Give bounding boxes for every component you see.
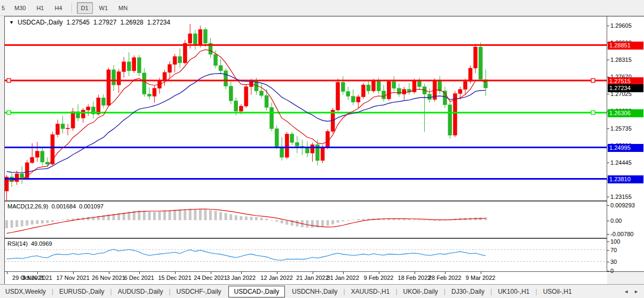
macd-histogram-bar bbox=[321, 220, 324, 227]
candle-body bbox=[25, 163, 29, 178]
date-tick-mark bbox=[73, 272, 74, 274]
candle-down bbox=[178, 49, 182, 68]
chart-tab-eurusd[interactable]: EURUSD-,Daily bbox=[54, 286, 110, 297]
candle-down bbox=[209, 38, 212, 58]
chart-tab-xauusd[interactable]: XAUUSD-,H1 bbox=[346, 286, 395, 297]
timeframe-toolbar: 5M30H1H4D1W1MN bbox=[0, 0, 644, 16]
date-tick-mark bbox=[415, 272, 415, 274]
macd-histogram-bar bbox=[214, 211, 217, 220]
candle-body bbox=[479, 47, 482, 79]
rsi-indicator-panel[interactable]: RSI(14) 49.0969 bbox=[4, 238, 607, 272]
price-badge: 1.27234 bbox=[608, 84, 643, 92]
tab-scroll-left-icon[interactable]: ◄ bbox=[624, 289, 629, 294]
candle-down bbox=[45, 157, 49, 167]
timeframe-button-w1[interactable]: W1 bbox=[95, 2, 113, 14]
chart-tab-usdcnh[interactable]: USDCNH-,Daily bbox=[287, 286, 343, 297]
candle-body bbox=[326, 131, 330, 147]
rsi-tick-mark bbox=[607, 250, 609, 251]
symbol-dropdown-icon[interactable]: ▼ bbox=[9, 20, 14, 25]
rsi-tick-mark bbox=[607, 241, 609, 242]
candle-body bbox=[295, 142, 299, 146]
tab-scroll-right-icon[interactable]: ► bbox=[634, 289, 639, 294]
candle-up bbox=[30, 143, 34, 164]
timeframe-button-5[interactable]: 5 bbox=[1, 2, 8, 14]
candle-up bbox=[81, 108, 85, 123]
candle-down bbox=[101, 94, 105, 108]
candle-body bbox=[336, 82, 340, 110]
macd-signal-line bbox=[7, 209, 486, 233]
candle-body bbox=[356, 97, 360, 102]
chart-tab-uk100[interactable]: UK100-,H1 bbox=[492, 286, 535, 297]
macd-histogram-bar bbox=[240, 216, 242, 220]
macd-tick-label: 0.009293 bbox=[610, 202, 635, 208]
candle-body bbox=[387, 82, 391, 99]
price-tick-mark bbox=[607, 60, 609, 60]
timeframe-button-d1[interactable]: D1 bbox=[77, 2, 93, 14]
chart-symbol-label: USDCAD-,Daily bbox=[18, 19, 63, 26]
main-chart-panel[interactable]: ▼ USDCAD-,Daily 1.27545 1.27927 1.26928 … bbox=[4, 16, 607, 201]
candle-up bbox=[285, 132, 289, 159]
candle-up bbox=[168, 61, 172, 78]
candle-body bbox=[265, 95, 268, 107]
candle-down bbox=[305, 141, 309, 157]
date-tick-mark bbox=[37, 272, 38, 274]
macd-histogram-bar bbox=[36, 220, 38, 224]
candle-body bbox=[30, 157, 34, 163]
candle-body bbox=[20, 174, 24, 178]
rsi-label: RSI(14) 49.0969 bbox=[7, 240, 52, 247]
timeframe-button-mn[interactable]: MN bbox=[114, 2, 132, 14]
chart-tab-usdcad[interactable]: USDCAD-,Daily bbox=[228, 286, 285, 297]
timeframe-button-h1[interactable]: H1 bbox=[32, 2, 48, 14]
price-tick-label: 1.28315 bbox=[610, 57, 632, 63]
macd-histogram-bar bbox=[51, 220, 54, 222]
date-tick-label: 9 Mar 2022 bbox=[458, 275, 504, 281]
macd-histogram-bar bbox=[331, 220, 334, 224]
macd-histogram-bar bbox=[413, 220, 416, 220]
candle-body bbox=[418, 81, 422, 87]
chart-tab-usdchf[interactable]: USDCHF-,Daily bbox=[171, 286, 227, 297]
candle-down bbox=[392, 76, 396, 91]
chart-tab-audusd[interactable]: AUDUSD-,Daily bbox=[113, 286, 169, 297]
chart-tab-dj30[interactable]: DJ30-,Daily bbox=[446, 286, 490, 297]
line-drag-handle[interactable] bbox=[591, 79, 595, 83]
candle-body bbox=[168, 65, 172, 73]
line-drag-handle[interactable] bbox=[7, 111, 11, 115]
price-axis[interactable]: 1.296051.289601.283151.276701.270251.263… bbox=[607, 16, 644, 272]
candle-body bbox=[280, 147, 284, 157]
chart-tab-usdx[interactable]: USDX,Weekly bbox=[0, 286, 51, 297]
chart-tab-ukoil[interactable]: UKOil-,Daily bbox=[398, 286, 443, 297]
macd-histogram-bar bbox=[46, 220, 49, 223]
candle-body bbox=[458, 90, 462, 94]
candle-up bbox=[183, 40, 187, 65]
candle-down bbox=[193, 30, 197, 50]
date-axis[interactable]: 29 Oct 20218 Nov 202117 Nov 202126 Nov 2… bbox=[4, 272, 607, 284]
ohlc-close-value: 1.27234 bbox=[147, 19, 170, 26]
candle-up bbox=[71, 108, 75, 131]
timeframe-button-h4[interactable]: H4 bbox=[50, 2, 66, 14]
candle-up bbox=[107, 68, 110, 107]
candle-down bbox=[265, 90, 268, 111]
macd-histogram-bar bbox=[296, 220, 298, 227]
candle-body bbox=[203, 29, 207, 43]
macd-histogram-bar bbox=[439, 220, 441, 221]
candle-down bbox=[270, 103, 274, 132]
candle-up bbox=[362, 83, 365, 99]
candle-down bbox=[290, 132, 294, 145]
candle-body bbox=[198, 29, 202, 45]
line-drag-handle[interactable] bbox=[591, 111, 595, 115]
rsi-tick-mark bbox=[607, 262, 609, 262]
macd-histogram-bar bbox=[41, 220, 44, 223]
price-tick-label: 1.24445 bbox=[610, 159, 632, 166]
candle-body bbox=[474, 47, 478, 68]
macd-histogram-bar bbox=[143, 211, 146, 220]
line-drag-handle[interactable] bbox=[7, 79, 11, 83]
chart-tab-usoil[interactable]: USOil-,H1 bbox=[538, 286, 577, 297]
macd-indicator-panel[interactable]: MACD(12,26,9) 0.001684 0.001097 bbox=[4, 201, 607, 238]
macd-value: 0.001684 bbox=[51, 203, 76, 210]
candle-down bbox=[346, 87, 350, 100]
candle-body bbox=[153, 88, 156, 96]
timeframe-button-m30[interactable]: M30 bbox=[10, 2, 30, 14]
ohlc-low-value: 1.26928 bbox=[120, 19, 143, 26]
date-tick-mark bbox=[139, 272, 140, 274]
candle-up bbox=[132, 55, 136, 73]
